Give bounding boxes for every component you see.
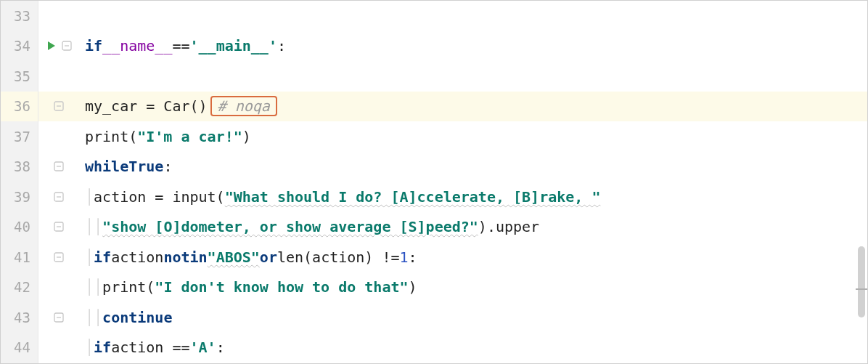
keyword-continue: continue xyxy=(102,309,172,326)
line-number[interactable]: 35 xyxy=(1,61,38,92)
line-number[interactable]: 41 xyxy=(1,242,38,272)
func-call: print( xyxy=(102,278,155,296)
number-literal: 1 xyxy=(400,248,409,266)
code-line[interactable]: print("I'm a car!") xyxy=(79,121,867,152)
line-number[interactable]: 39 xyxy=(1,182,38,212)
string-literal: "What should I do? [A]ccelerate, [B]rake… xyxy=(225,188,601,206)
fold-minus-icon[interactable] xyxy=(54,312,64,323)
ident: action xyxy=(111,248,163,266)
line-number[interactable]: 38 xyxy=(1,152,38,182)
gutter-row xyxy=(38,272,79,303)
code-line[interactable]: │ if action not in "ABOS" or len(action)… xyxy=(79,242,867,272)
identifier: action = input( xyxy=(94,188,225,206)
string-literal: 'A' xyxy=(190,339,216,356)
keyword-if: if xyxy=(94,248,111,266)
keyword-not: not xyxy=(163,248,189,266)
indent-guide: │ xyxy=(94,309,102,326)
paren-close: ) xyxy=(409,278,417,296)
line-number[interactable]: 43 xyxy=(1,302,38,333)
line-number-gutter[interactable]: 33 34 35 36 37 38 39 40 41 42 43 44 xyxy=(1,1,38,363)
ident: action == xyxy=(111,339,189,356)
line-number[interactable]: 33 xyxy=(1,1,38,31)
gutter-row xyxy=(38,152,79,182)
gutter-row xyxy=(38,212,79,243)
string-literal: "I don't know how to do that" xyxy=(155,278,408,296)
keyword-if: if xyxy=(85,37,102,54)
colon: : xyxy=(216,339,225,356)
tail: ).upper xyxy=(478,218,539,235)
func-call: print( xyxy=(85,128,137,145)
keyword-or: or xyxy=(260,248,277,266)
code-line[interactable]: │ if action == 'A': xyxy=(79,333,867,363)
dunder-name: __name__ xyxy=(102,37,172,54)
code-line[interactable]: if __name__ == '__main__': xyxy=(79,31,867,62)
line-number[interactable]: 36 xyxy=(1,92,38,122)
ident: len(action) != xyxy=(277,248,400,266)
line-number[interactable]: 34 xyxy=(1,31,38,62)
indent-guide: │ xyxy=(85,339,94,356)
gutter-row xyxy=(38,182,79,212)
keyword-while: while xyxy=(85,158,128,175)
code-line[interactable]: │ │ print("I don't know how to do that") xyxy=(79,272,867,303)
fold-minus-icon[interactable] xyxy=(62,41,72,51)
keyword-true: True xyxy=(128,158,163,175)
indent-guide: │ xyxy=(85,188,94,206)
operator: == xyxy=(172,37,189,54)
gutter-row xyxy=(38,31,79,62)
indent-guide: │ xyxy=(85,218,94,235)
line-number[interactable]: 40 xyxy=(1,212,38,243)
gutter-row xyxy=(38,121,79,152)
paren-close: ) xyxy=(242,128,251,145)
keyword-if: if xyxy=(94,339,111,356)
indent-guide: │ xyxy=(94,218,102,235)
line-number[interactable]: 37 xyxy=(1,121,38,152)
line-number[interactable]: 44 xyxy=(1,333,38,363)
code-line[interactable]: │ │ "show [O]dometer, or show average [S… xyxy=(79,212,867,243)
fold-minus-icon[interactable] xyxy=(54,222,64,232)
code-line[interactable]: my_car = Car()# noqa xyxy=(79,92,867,122)
code-line[interactable]: │ │ continue xyxy=(79,302,867,333)
identifier: my_car = Car() xyxy=(85,97,208,115)
fold-minus-icon[interactable] xyxy=(54,252,64,262)
gutter-row xyxy=(38,242,79,272)
svg-marker-0 xyxy=(48,41,55,50)
string-literal: "ABOS" xyxy=(208,248,260,266)
gutter-row xyxy=(38,302,79,333)
indent-guide: │ xyxy=(85,248,94,266)
vertical-scrollbar[interactable] xyxy=(858,246,865,318)
gutter-icon-strip xyxy=(38,1,79,363)
gutter-row xyxy=(38,333,79,363)
gutter-row xyxy=(38,92,79,122)
keyword-in: in xyxy=(190,248,208,266)
code-line[interactable] xyxy=(79,61,867,92)
gutter-row xyxy=(38,1,79,31)
fold-minus-icon[interactable] xyxy=(54,192,64,202)
colon: : xyxy=(163,158,172,175)
code-editor: 33 34 35 36 37 38 39 40 41 42 43 44 xyxy=(1,1,867,363)
gutter-row xyxy=(38,61,79,92)
noqa-comment: # noqa xyxy=(210,96,277,116)
string-literal: "show [O]dometer, or show average [S]pee… xyxy=(102,218,478,235)
indent-guide: │ xyxy=(94,278,102,296)
run-icon[interactable] xyxy=(46,40,57,52)
code-line[interactable] xyxy=(79,1,867,31)
scroll-marker xyxy=(856,288,867,290)
indent-guide: │ xyxy=(85,278,94,296)
colon: : xyxy=(277,37,286,54)
code-line[interactable]: │ action = input("What should I do? [A]c… xyxy=(79,182,867,212)
string-literal: "I'm a car!" xyxy=(137,128,242,145)
code-line[interactable]: while True: xyxy=(79,152,867,182)
code-content[interactable]: if __name__ == '__main__': my_car = Car(… xyxy=(79,1,867,363)
string-literal: '__main__' xyxy=(190,37,277,54)
fold-minus-icon[interactable] xyxy=(54,161,64,171)
line-number[interactable]: 42 xyxy=(1,272,38,303)
indent-guide: │ xyxy=(85,309,94,326)
fold-minus-icon[interactable] xyxy=(54,101,64,111)
colon: : xyxy=(409,248,417,266)
